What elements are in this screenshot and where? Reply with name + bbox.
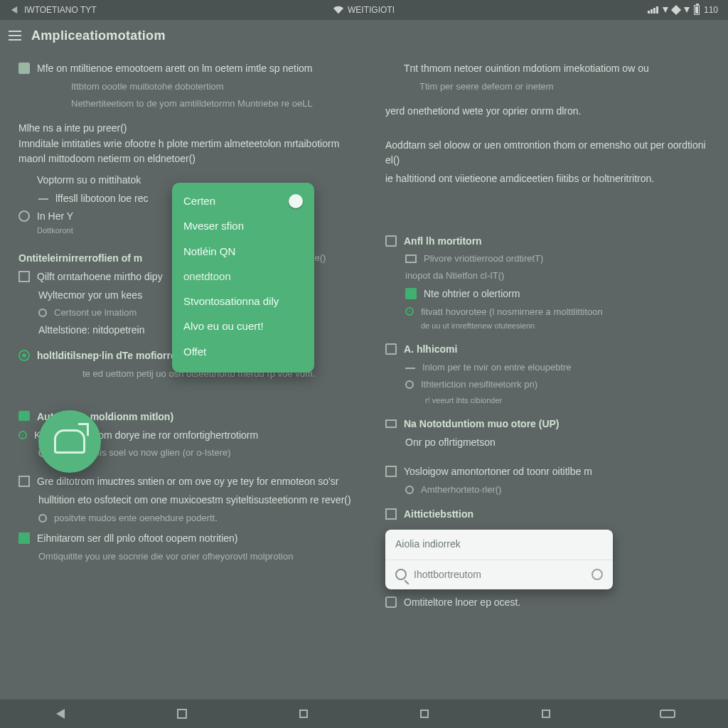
section-heading: Anfl lh mortitorn <box>404 234 482 250</box>
option-label: Gre diltotrom imuctres sntien or om ove … <box>37 474 338 490</box>
section-heading: A. hlhicomi <box>404 342 457 358</box>
app-bar: Ampliceatiomotatiom <box>0 20 728 51</box>
section-icon <box>385 343 397 355</box>
paragraph-line: Voptorm su o mittihatok <box>37 173 141 188</box>
back-icon <box>56 709 65 719</box>
square-filled-icon <box>405 288 417 299</box>
radio-button[interactable] <box>18 350 30 361</box>
square-icon <box>177 709 187 719</box>
option-label: positvte mudos ente oenehdure podertt. <box>54 511 218 525</box>
checkbox[interactable] <box>18 476 30 487</box>
paragraph-line: yerd onethetiond wete yor oprier onrm dl… <box>385 104 710 119</box>
fab-compose[interactable] <box>38 410 101 473</box>
popup-item[interactable]: Mveser sfion <box>183 218 303 234</box>
pill-icon <box>660 710 675 718</box>
dash-icon <box>38 198 48 200</box>
option-label: Ithtertiction nesifiteetorrk pn) <box>421 378 537 392</box>
battery-icon <box>694 5 700 15</box>
intro-line: Tnt thmom netoer ouintion mdotiom imekot… <box>404 61 649 77</box>
radio-button[interactable] <box>18 210 30 222</box>
option-label: Onr po oflrtigmetson <box>405 435 496 451</box>
diamond-icon <box>671 5 681 15</box>
paragraph-line: ie haltitiond ont viietieone amdiceetien… <box>385 171 654 187</box>
back-indicator-icon <box>11 6 17 14</box>
intro-line: Ittbtom oootle muitiotohe dobotertiom <box>71 80 224 94</box>
bullet-icon <box>18 174 30 186</box>
option-label: hulltition eto osfotecit om one muxicoes… <box>38 493 351 508</box>
menu-icon[interactable] <box>9 31 21 41</box>
section-heading: Aittictiebsttion <box>404 507 473 523</box>
nav-button[interactable] <box>168 705 196 722</box>
search-row[interactable]: Ihottbortreutom <box>385 560 613 590</box>
checkbox[interactable] <box>18 271 30 282</box>
status-center-label: WEITIGIOTI <box>348 5 395 15</box>
radio-button[interactable] <box>405 307 414 316</box>
checkbox[interactable] <box>18 532 30 544</box>
bullet-icon <box>53 81 64 92</box>
radio-button[interactable] <box>38 514 47 523</box>
paragraph-line: lffesll libotoon loe rec <box>55 191 148 207</box>
option-label: In Her Y <box>37 210 73 222</box>
option-sublabel: r! veeurt ihts cibionder <box>425 395 502 407</box>
rect-icon <box>405 255 417 263</box>
bullet-icon <box>18 63 30 74</box>
radio-button[interactable] <box>405 486 414 494</box>
section-icon <box>385 596 397 608</box>
search-icon <box>395 569 407 580</box>
paragraph-line: Aoddtarn sel oloow or uen omtrontion tho… <box>385 138 710 168</box>
triangle-down-icon-2 <box>684 7 690 13</box>
option-label: Certsont ue lmatiom <box>54 306 136 320</box>
mailbox-icon <box>54 429 85 454</box>
square-icon <box>299 710 308 718</box>
option-sublabel: Dottkoront <box>37 225 73 237</box>
bullet-icon <box>53 98 64 109</box>
search-card: Aiolia indiorrek Ihottbortreutom <box>385 530 613 589</box>
option-label: Qilft orntarhoene mirtho dipy <box>37 269 163 285</box>
popup-item[interactable]: Notléin QN <box>183 243 303 259</box>
radio-button[interactable] <box>405 380 414 389</box>
bullet-icon <box>385 63 397 74</box>
section-icon <box>385 235 397 247</box>
popup-item[interactable]: Alvo eu ou cuert! <box>183 318 303 334</box>
section-heading: holtlditilsnep·lin dTe mofiorroy) <box>37 348 186 364</box>
system-navbar <box>0 700 728 728</box>
search-placeholder: Ihottbortreutom <box>414 567 481 583</box>
option-label: Eihnitarom ser dll pnlo oftoot oopem not… <box>37 531 237 547</box>
nav-button[interactable] <box>410 705 439 722</box>
popup-menu[interactable]: Certen Mveser sfion Notléin QN onetdtoon… <box>172 183 314 373</box>
option-label: Yosloigow amontortoner od toonr oititlbe… <box>404 464 592 480</box>
intro-line: Ttim per seere defeom or inetem <box>419 80 554 94</box>
radio-button[interactable] <box>38 309 47 317</box>
checkbox[interactable] <box>385 508 397 520</box>
option-sublabel: de uu ut irnrefttenew otuteesienn <box>421 320 603 332</box>
popup-item[interactable]: Offet <box>183 343 303 360</box>
dash-icon <box>405 368 415 369</box>
option-label: Nte ohtrier o olertiorm <box>424 287 520 302</box>
popup-item[interactable]: onetdtoon <box>183 268 303 284</box>
toggle-knob-icon[interactable] <box>289 194 303 208</box>
option-label: Alttelstione: nitdopetrein <box>38 323 144 338</box>
nav-button[interactable] <box>532 705 560 722</box>
radio-button[interactable] <box>18 431 27 439</box>
paragraph-line: Imnditale imtitaties wrie ofootre h plot… <box>18 136 360 167</box>
nav-back-button[interactable] <box>46 705 75 722</box>
square-icon <box>542 710 550 718</box>
section-heading: Na Nototduntiom muo otore (UP) <box>404 417 560 432</box>
triangle-down-icon <box>663 7 668 13</box>
section-icon <box>385 419 397 428</box>
popup-item[interactable]: Certen <box>183 193 215 209</box>
paragraph-line: Mlhe ns a inte pu preer() <box>18 121 360 136</box>
checkbox[interactable] <box>385 466 397 477</box>
intro-line: Mfe on mtiltienoe emootoem arett on lm o… <box>37 61 313 77</box>
option-label: Amtherhorteto·rler() <box>421 483 501 497</box>
intro-line: Nethertiteetiom to de yom amtilldetormn … <box>71 97 313 111</box>
bullet-icon <box>18 411 30 421</box>
popup-item[interactable]: Stvontosationna dily <box>183 293 303 309</box>
nav-button[interactable] <box>653 705 682 722</box>
status-bar: IWTOETIANO TYT WEITIGIOTI 110 <box>0 0 728 20</box>
nav-button[interactable] <box>289 705 318 722</box>
option-label: Plivore vriottierrood ordtiretT) <box>424 252 543 266</box>
option-label: Wyltecmor yor um kees <box>38 288 142 304</box>
status-time: 110 <box>704 5 718 15</box>
voice-search-icon[interactable] <box>592 569 603 580</box>
